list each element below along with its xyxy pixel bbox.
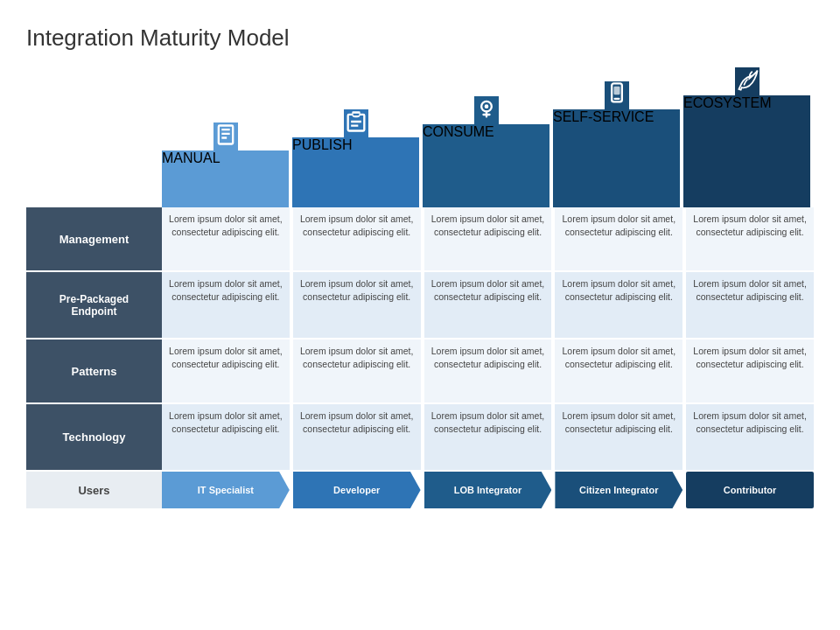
row-label-technology: Technology <box>26 404 162 470</box>
cell-0-2: Lorem ipsum dolor sit amet, consectetur … <box>162 340 290 402</box>
cell-0-3: Lorem ipsum dolor sit amet, consectetur … <box>162 404 290 470</box>
data-col-3: Lorem ipsum dolor sit amet, consectetur … <box>555 207 682 508</box>
svg-rect-4 <box>613 87 620 94</box>
brain-icon <box>474 96 499 121</box>
col-label-publish: PUBLISH <box>292 137 419 207</box>
cell-1-3: Lorem ipsum dolor sit amet, consectetur … <box>293 404 421 470</box>
col-header-selfservice: SELF-SERVICE <box>553 81 680 207</box>
data-col-2: Lorem ipsum dolor sit amet, consectetur … <box>424 207 552 508</box>
badge-4: Contributor <box>686 472 814 508</box>
header-row: MANUAL PUBLISH <box>162 67 814 207</box>
data-col-1: Lorem ipsum dolor sit amet, consectetur … <box>293 207 421 508</box>
cell-3-3: Lorem ipsum dolor sit amet, consectetur … <box>555 404 682 470</box>
cell-1-0: Lorem ipsum dolor sit amet, consectetur … <box>293 207 421 270</box>
data-columns: Lorem ipsum dolor sit amet, consectetur … <box>162 207 814 508</box>
cell-3-1: Lorem ipsum dolor sit amet, consectetur … <box>555 272 682 338</box>
col-header-consume: CONSUME <box>423 96 550 207</box>
mobile-icon <box>605 81 629 106</box>
col-label-selfservice: SELF-SERVICE <box>553 109 680 207</box>
cell-2-3: Lorem ipsum dolor sit amet, consectetur … <box>424 404 552 470</box>
consume-icon-circle <box>474 96 499 124</box>
data-col-0: Lorem ipsum dolor sit amet, consectetur … <box>162 207 290 508</box>
badge-0: IT Specialist <box>162 472 290 508</box>
row-label-patterns: Patterns <box>26 340 162 402</box>
cell-2-0: Lorem ipsum dolor sit amet, consectetur … <box>424 207 552 270</box>
data-col-4: Lorem ipsum dolor sit amet, consectetur … <box>686 207 814 508</box>
cell-2-1: Lorem ipsum dolor sit amet, consectetur … <box>424 272 552 338</box>
svg-point-1 <box>484 104 488 108</box>
badge-2: LOB Integrator <box>424 472 552 508</box>
cell-3-0: Lorem ipsum dolor sit amet, consectetur … <box>555 207 682 270</box>
cell-1-1: Lorem ipsum dolor sit amet, consectetur … <box>293 272 421 338</box>
row-label-prepackaged: Pre-PackagedEndpoint <box>26 272 162 338</box>
col-label-ecosystem: ECOSYSTEM <box>683 95 810 207</box>
page-title: Integration Maturity Model <box>26 24 814 52</box>
cell-4-1: Lorem ipsum dolor sit amet, consectetur … <box>686 272 814 338</box>
row-labels: Management Pre-PackagedEndpoint Patterns… <box>26 207 162 508</box>
col-label-manual: MANUAL <box>162 150 289 207</box>
manual-icon-circle <box>214 122 238 150</box>
table-area: Management Pre-PackagedEndpoint Patterns… <box>26 207 814 508</box>
cell-1-2: Lorem ipsum dolor sit amet, consectetur … <box>293 340 421 402</box>
row-label-management: Management <box>26 207 162 270</box>
col-header-ecosystem: ECOSYSTEM <box>683 67 810 207</box>
cell-3-2: Lorem ipsum dolor sit amet, consectetur … <box>555 340 682 402</box>
ecosystem-icon-circle <box>735 67 760 95</box>
cell-4-3: Lorem ipsum dolor sit amet, consectetur … <box>686 404 814 470</box>
main-content: MANUAL PUBLISH <box>26 67 814 508</box>
cell-4-2: Lorem ipsum dolor sit amet, consectetur … <box>686 340 814 402</box>
clipboard-icon <box>344 109 368 134</box>
badge-1: Developer <box>293 472 421 508</box>
leaf-icon <box>735 67 760 92</box>
page: Integration Maturity Model MANUAL <box>0 0 840 630</box>
col-header-publish: PUBLISH <box>292 109 419 207</box>
cell-2-2: Lorem ipsum dolor sit amet, consectetur … <box>424 340 552 402</box>
cell-0-1: Lorem ipsum dolor sit amet, consectetur … <box>162 272 290 338</box>
cell-4-0: Lorem ipsum dolor sit amet, consectetur … <box>686 207 814 270</box>
book-icon <box>214 122 238 147</box>
cell-0-0: Lorem ipsum dolor sit amet, consectetur … <box>162 207 290 270</box>
row-label-users: Users <box>26 472 162 508</box>
publish-icon-circle <box>344 109 368 137</box>
badge-3: Citizen Integrator <box>555 472 682 508</box>
col-header-manual: MANUAL <box>162 122 289 207</box>
selfservice-icon-circle <box>605 81 629 109</box>
col-label-consume: CONSUME <box>423 124 550 207</box>
